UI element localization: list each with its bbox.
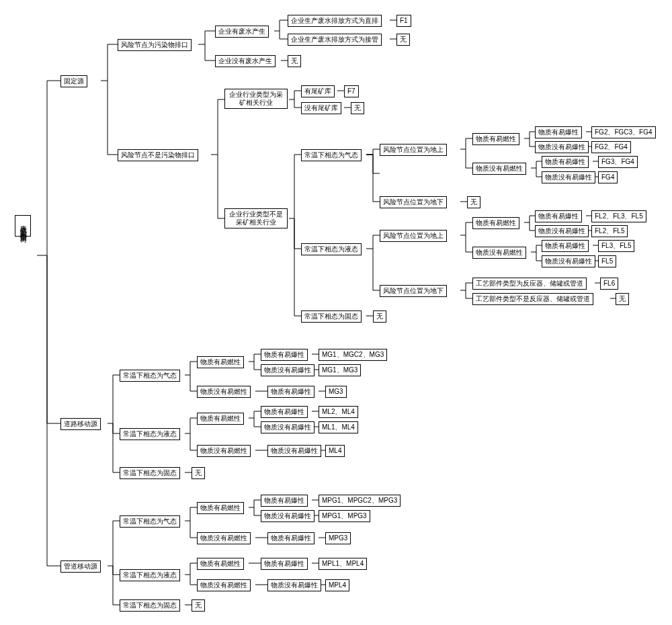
f-conn: 企业生产废水排放方式为接管 <box>288 34 382 46</box>
r-gas: 常温下相态为气态 <box>120 370 180 382</box>
r-g-fy: 物质有易燃性 <box>197 356 244 368</box>
p-g-fy-ey: 物质有易爆性 <box>261 495 308 507</box>
r-l-fy: 物质有易燃性 <box>197 413 244 425</box>
p-l-fn-en: 物质没有易爆性 <box>267 579 321 591</box>
f-proc-yes: 工艺部件类型为反应器、储罐或管道 <box>472 278 587 290</box>
r-g-fy-ey: 物质有易爆性 <box>261 349 308 361</box>
f-none3: 无 <box>351 102 364 114</box>
f-n2: 风险节点不是污染物排口 <box>118 149 198 161</box>
r-g-fn-ey: 物质有易爆性 <box>267 386 314 398</box>
src-road: 道路移动源 <box>60 418 101 430</box>
src-pipe: 管道移动源 <box>60 560 101 573</box>
f-none-sol: 无 <box>373 310 386 323</box>
f-g-fy-ey: 物质有易爆性 <box>535 126 582 138</box>
r-none: 无 <box>192 467 205 479</box>
p-liq: 常温下相态为液态 <box>120 569 180 581</box>
r-l-fn: 物质没有易燃性 <box>197 445 251 457</box>
f1: F1 <box>396 15 411 27</box>
f-none1: 无 <box>288 55 301 67</box>
root-node: 事故情景判断决策树 <box>15 215 31 237</box>
fg4: FG4 <box>598 171 618 183</box>
f-proc-no: 工艺部件类型不是反应器、储罐或管道 <box>472 293 593 305</box>
p-gas: 常温下相态为气态 <box>120 515 180 528</box>
f-l-flamy: 物质有易燃性 <box>472 217 519 229</box>
f-liq-posdown: 风险节点位置为地下 <box>380 285 447 297</box>
f-liq: 常温下相态为液态 <box>301 243 362 255</box>
f-l-fy-ey: 物质有易爆性 <box>535 210 582 222</box>
f-notmining: 企业行业类型不是采矿相关行业 <box>224 208 288 228</box>
mpg3: MPG3 <box>325 532 351 544</box>
ml3: ML4 <box>325 445 345 457</box>
p-l-fy-ey: 物质有易爆性 <box>261 558 308 570</box>
f-gas-posup: 风险节点位置为地上 <box>380 144 447 156</box>
f-gas: 常温下相态为气态 <box>301 149 362 161</box>
f-ww-yes: 企业有废水产生 <box>215 26 269 38</box>
r-l-fy-ey: 物质有易爆性 <box>261 406 308 418</box>
p-none: 无 <box>192 599 205 612</box>
r-sol: 常温下相态为固态 <box>120 467 180 479</box>
mg2: MG1、MG3 <box>319 364 361 376</box>
f-none2: 无 <box>396 34 410 46</box>
mpg2: MPG1、MPG3 <box>319 510 370 522</box>
r-liq: 常温下相态为液态 <box>120 428 180 440</box>
fg2: FG2、FG4 <box>591 141 631 153</box>
f-ww-no: 企业没有废水产生 <box>215 55 276 67</box>
f-tail-no: 没有尾矿库 <box>301 102 341 114</box>
p-l-fn: 物质没有易燃性 <box>197 579 251 591</box>
fl2: FL2、FL5 <box>591 225 628 237</box>
f-l-fn-en: 物质没有易爆性 <box>542 255 595 267</box>
fl6: FL6 <box>600 278 618 290</box>
fl1: FL2、FL3、FL5 <box>591 210 646 222</box>
f-l-fy-en: 物质没有易爆性 <box>535 225 589 237</box>
ml1: ML2、ML4 <box>319 406 358 418</box>
mpg1: MPG1、MPGC2、MPG3 <box>319 495 401 507</box>
r-l-fn-en: 物质没有易爆性 <box>267 445 321 457</box>
fg3: FG3、FG4 <box>598 156 638 168</box>
f-none5: 无 <box>616 293 629 305</box>
p-g-fy: 物质有易燃性 <box>197 502 244 514</box>
f-tail-yes: 有尾矿库 <box>301 85 335 97</box>
f-g-fn-en: 物质没有易爆性 <box>542 171 595 183</box>
mg1: MG1、MGC2、MG3 <box>319 349 387 361</box>
mpl1: MPL1、MPL4 <box>319 558 367 570</box>
f-l-fn-ey: 物质有易爆性 <box>542 240 589 252</box>
f-g-fn-ey: 物质有易爆性 <box>542 156 589 168</box>
p-g-fn: 物质没有易燃性 <box>197 532 251 544</box>
p-g-fn-ey: 物质有易爆性 <box>267 532 314 544</box>
f-none4: 无 <box>467 196 480 208</box>
p-sol: 常温下相态为固态 <box>120 599 180 612</box>
fl4: FL5 <box>598 255 616 267</box>
f-g-flamy: 物质有易燃性 <box>472 133 519 145</box>
r-g-fy-en: 物质没有易爆性 <box>261 364 314 376</box>
fl3: FL3、FL5 <box>598 240 634 252</box>
f-l-flamn: 物质没有易燃性 <box>472 247 526 259</box>
decision-tree-root: 事故情景判断决策树 固定源 道路移动源 管道移动源 风险节点为污染物排口 风险节… <box>0 0 672 625</box>
f-mining: 企业行业类型为采矿相关行业 <box>224 89 288 109</box>
f-g-fy-en: 物质没有易爆性 <box>535 141 589 153</box>
f-liq-posup: 风险节点位置为地上 <box>380 230 447 242</box>
mg3: MG3 <box>325 386 347 398</box>
f-g-flamn: 物质没有易燃性 <box>472 163 526 175</box>
p-g-fy-en: 物质没有易爆性 <box>261 510 314 522</box>
f-n1: 风险节点为污染物排口 <box>118 39 192 51</box>
f-gas-posdown: 风险节点位置为地下 <box>380 196 447 208</box>
f-direct: 企业生产废水排放方式为直排 <box>288 15 382 27</box>
ml2: ML1、ML4 <box>319 421 358 433</box>
p-l-fy: 物质有易燃性 <box>197 558 244 570</box>
r-g-fn: 物质没有易燃性 <box>197 386 251 398</box>
src-fixed: 固定源 <box>60 75 87 87</box>
fg1: FG2、FGC3、FG4 <box>591 126 656 138</box>
f7: F7 <box>344 85 359 97</box>
f-sol: 常温下相态为固态 <box>301 310 362 323</box>
mpl2: MPL4 <box>325 579 349 591</box>
r-l-fy-en: 物质没有易爆性 <box>261 421 314 433</box>
